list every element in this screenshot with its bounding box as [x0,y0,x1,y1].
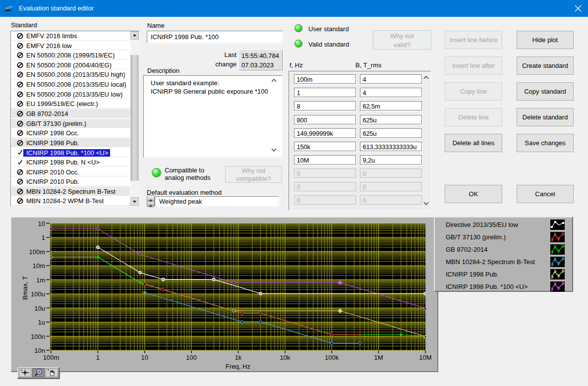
svg-text:100n: 100n [31,333,45,340]
svg-text:1: 1 [96,354,100,361]
svg-text:1k: 1k [235,354,242,361]
svg-text:Bmax, T: Bmax, T [21,276,29,300]
svg-text:Freq, Hz: Freq, Hz [226,363,250,370]
svg-text:10k: 10k [280,354,290,361]
svg-text:1m: 1m [36,276,45,284]
svg-text:1u: 1u [38,319,45,326]
svg-text:10: 10 [38,220,45,227]
svg-text:100: 100 [186,354,197,361]
svg-text:10m: 10m [33,262,45,270]
svg-text:100m: 100m [43,354,59,361]
svg-text:1: 1 [42,234,45,241]
svg-text:100m: 100m [29,248,45,256]
svg-text:100u: 100u [31,290,45,298]
svg-text:10: 10 [141,354,148,361]
svg-text:10M: 10M [419,354,431,361]
svg-text:10n: 10n [34,347,45,354]
svg-text:100k: 100k [325,354,339,361]
svg-text:10u: 10u [34,305,45,312]
svg-text:1M: 1M [374,354,383,361]
